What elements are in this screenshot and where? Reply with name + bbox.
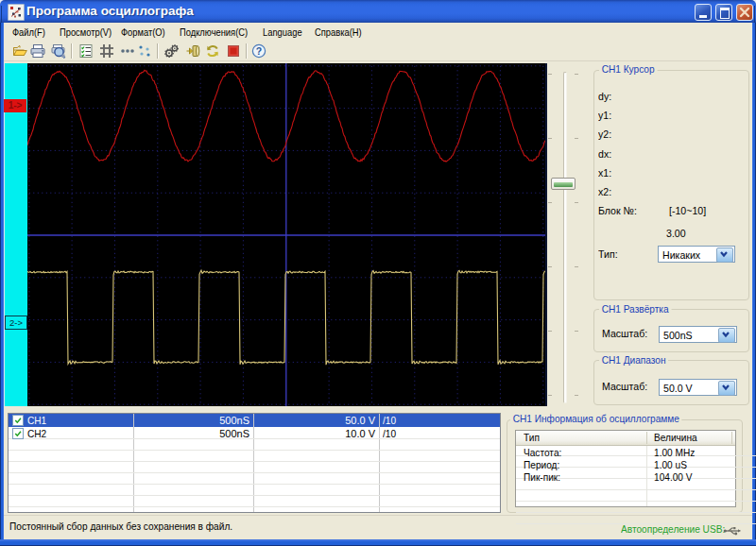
svg-text:?: ? [256,45,262,57]
